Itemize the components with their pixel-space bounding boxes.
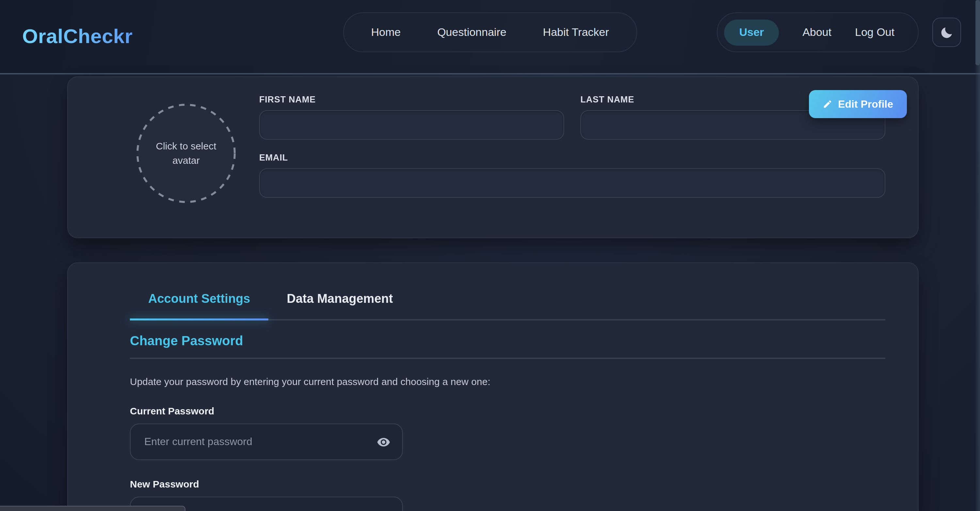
change-password-heading: Change Password <box>130 333 885 349</box>
tab-account-settings[interactable]: Account Settings <box>130 282 268 319</box>
current-password-label: Current Password <box>130 405 885 416</box>
avatar-placeholder-text: Click to select avatar <box>136 103 236 204</box>
current-password-group <box>130 424 403 460</box>
email-field-group: EMAIL <box>259 153 885 198</box>
email-input[interactable] <box>259 168 885 198</box>
brand-logo[interactable]: OralCheckr <box>22 25 132 48</box>
nav-item-user-active[interactable]: User <box>724 19 779 45</box>
change-password-description: Update your password by entering your cu… <box>130 376 885 387</box>
scrollbar-thumb[interactable] <box>975 0 980 65</box>
avatar-picker[interactable]: Click to select avatar <box>136 103 236 204</box>
edit-profile-button[interactable]: Edit Profile <box>809 90 907 118</box>
browser-status-bubble <box>0 506 185 511</box>
current-password-input[interactable] <box>130 424 403 460</box>
nav-item-home[interactable]: Home <box>371 26 401 39</box>
nav-item-questionnaire[interactable]: Questionnaire <box>437 26 506 39</box>
first-name-input[interactable] <box>259 110 564 140</box>
settings-tabs: Account Settings Data Management <box>130 263 885 321</box>
top-navbar: OralCheckr Home Questionnaire Habit Trac… <box>0 0 980 75</box>
nav-item-about[interactable]: About <box>802 26 832 39</box>
page: OralCheckr Home Questionnaire Habit Trac… <box>0 0 980 511</box>
page-scrollbar-track[interactable] <box>975 0 980 511</box>
profile-card: Click to select avatar FIRST NAME LAST N… <box>67 76 919 238</box>
pencil-icon <box>822 99 832 109</box>
account-nav: User About Log Out <box>717 13 919 52</box>
settings-card: Account Settings Data Management Change … <box>67 262 919 511</box>
section-divider <box>130 358 885 359</box>
main-nav: Home Questionnaire Habit Tracker <box>343 13 637 52</box>
profile-fields: FIRST NAME LAST NAME EMAIL <box>259 95 885 198</box>
email-label: EMAIL <box>259 153 885 162</box>
tab-data-management[interactable]: Data Management <box>268 282 411 319</box>
first-name-field-group: FIRST NAME <box>259 95 564 140</box>
toggle-password-visibility-button[interactable] <box>375 433 392 450</box>
nav-item-logout[interactable]: Log Out <box>855 26 894 39</box>
nav-item-habit-tracker[interactable]: Habit Tracker <box>543 26 609 39</box>
new-password-label: New Password <box>130 478 885 489</box>
eye-icon <box>376 435 390 449</box>
theme-toggle-button[interactable] <box>932 17 961 47</box>
first-name-label: FIRST NAME <box>259 95 564 105</box>
moon-icon <box>940 25 954 40</box>
edit-profile-label: Edit Profile <box>838 98 893 110</box>
